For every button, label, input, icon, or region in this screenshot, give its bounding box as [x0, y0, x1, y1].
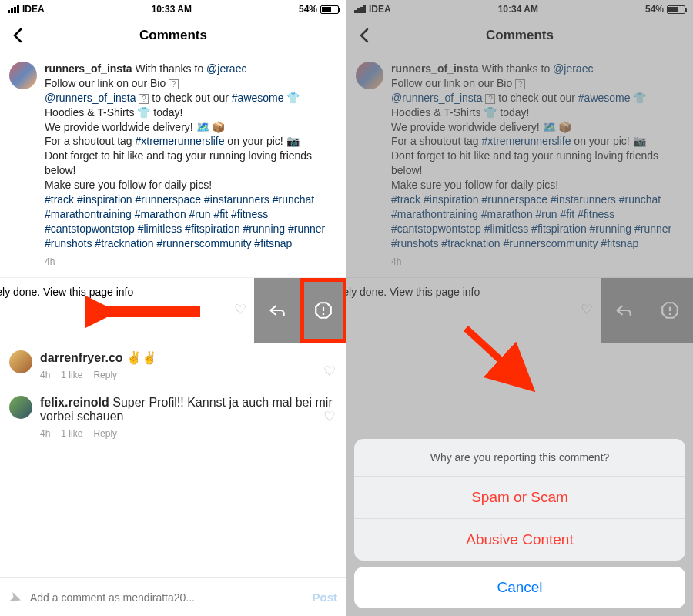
comment-thread: runners_of_insta With thanks to @jeraec … [0, 52, 346, 278]
action-sheet: Why are you reporting this comment? Spam… [354, 439, 685, 608]
mention[interactable]: @runners_of_insta [391, 92, 483, 104]
mention[interactable]: @jeraec [206, 62, 246, 75]
reply-action-button[interactable] [601, 278, 647, 343]
caption-row: runners_of_insta With thanks to @jeraec … [356, 62, 684, 268]
page-title: Comments [486, 28, 554, 43]
svg-point-4 [669, 313, 671, 315]
reply-action-button[interactable] [254, 278, 300, 343]
swiped-comment: _117 Nicely done. View this page info ay… [346, 278, 693, 343]
carrier-label: IDEA [369, 4, 391, 15]
placeholder-glyph: ? [485, 94, 495, 104]
mention[interactable]: @jeraec [553, 62, 593, 75]
hashtag[interactable]: #xtremerunnerslife [482, 135, 571, 147]
caption-body: runners_of_insta With thanks to @jeraec … [391, 62, 684, 268]
battery-percent: 54% [645, 4, 664, 15]
like-count[interactable]: 1 like [61, 370, 82, 380]
username[interactable]: runners_of_insta [391, 62, 479, 75]
report-spam-option[interactable]: Spam or Scam [354, 477, 685, 518]
avatar[interactable] [356, 62, 383, 89]
reply-button[interactable]: Reply [93, 428, 117, 439]
username[interactable]: darrenfryer.co [40, 351, 123, 364]
carrier-label: IDEA [22, 4, 45, 15]
timestamp: 4h [40, 428, 50, 439]
report-exclamation-icon [313, 300, 333, 320]
hashtag-block[interactable]: #track #inspiration #runnerspace #instar… [45, 193, 325, 249]
reply-arrow-icon [267, 300, 287, 320]
report-action-button[interactable] [647, 278, 693, 343]
nav-bar: Comments [346, 18, 693, 52]
swiped-comment: _117 Nicely done. View this page info ay… [0, 278, 346, 343]
like-count[interactable]: 1 like [61, 428, 82, 439]
back-button[interactable] [356, 26, 374, 45]
battery-icon [667, 5, 685, 14]
signal-icon [8, 5, 19, 13]
screenshot-right: IDEA 10:34 AM 54% Comments runners_of_in… [346, 0, 693, 616]
report-exclamation-icon [660, 300, 680, 320]
placeholder-glyph: ? [169, 79, 179, 89]
avatar[interactable] [9, 350, 32, 373]
swipe-actions [254, 278, 346, 343]
status-bar: IDEA 10:33 AM 54% [0, 0, 346, 18]
like-icon[interactable]: ♡ [323, 408, 336, 425]
username[interactable]: felix.reinold [40, 396, 109, 409]
direct-share-icon[interactable]: ➤ [6, 586, 25, 608]
status-bar: IDEA 10:34 AM 54% [346, 0, 693, 18]
swipe-actions [601, 278, 693, 343]
mention[interactable]: @runners_of_insta [45, 92, 136, 104]
like-icon[interactable]: ♡ [323, 363, 336, 380]
post-button[interactable]: Post [312, 591, 337, 604]
nav-bar: Comments [0, 18, 346, 52]
battery-icon [320, 5, 339, 14]
battery-percent: 54% [299, 4, 317, 15]
timestamp: 4h [45, 256, 55, 268]
caption-body: runners_of_insta With thanks to @jeraec … [45, 62, 337, 268]
comment-row: felix.reinold Super Profil!! Kannst ja a… [0, 388, 346, 447]
reply-button[interactable]: Reply [93, 370, 117, 380]
hashtag-block[interactable]: #track #inspiration #runnerspace #instar… [391, 193, 671, 249]
reply-arrow-icon [614, 300, 634, 320]
screenshot-left: IDEA 10:33 AM 54% Comments runners_of_in… [0, 0, 346, 616]
hashtag[interactable]: #awesome [232, 92, 284, 104]
caption-row: runners_of_insta With thanks to @jeraec … [9, 62, 337, 268]
comment-body: _117 Nicely done. View this page info ay… [0, 278, 254, 343]
clock: 10:34 AM [498, 4, 538, 15]
timestamp: 4h [391, 256, 401, 268]
page-title: Comments [139, 28, 207, 43]
avatar[interactable] [9, 396, 32, 419]
report-action-button[interactable] [300, 278, 346, 343]
comment-thread: runners_of_insta With thanks to @jeraec … [346, 52, 693, 278]
hashtag[interactable]: #awesome [578, 92, 631, 104]
back-button[interactable] [9, 26, 28, 45]
action-sheet-card: Why are you reporting this comment? Spam… [354, 439, 685, 561]
avatar[interactable] [9, 62, 37, 89]
comment-input[interactable] [30, 591, 304, 604]
comment-body: _117 Nicely done. View this page info ay… [346, 278, 601, 343]
signal-icon [354, 5, 366, 13]
chevron-left-icon [9, 26, 28, 45]
svg-point-1 [323, 313, 325, 315]
placeholder-glyph: ? [139, 94, 149, 104]
username[interactable]: runners_of_insta [45, 62, 132, 75]
action-sheet-title: Why are you reporting this comment? [354, 439, 685, 477]
hashtag[interactable]: #xtremerunnerslife [136, 135, 225, 147]
clock: 10:33 AM [152, 4, 192, 15]
placeholder-glyph: ? [515, 79, 525, 89]
chevron-left-icon [356, 26, 374, 45]
report-abusive-option[interactable]: Abusive Content [354, 518, 685, 561]
action-sheet-cancel[interactable]: Cancel [354, 567, 685, 608]
like-icon[interactable]: ♡ [581, 301, 593, 318]
comment-composer: ➤ Post [0, 578, 346, 616]
comment-row: darrenfryer.co ✌️✌️ 4h 1 like Reply ♡ [0, 343, 346, 388]
timestamp: 4h [40, 370, 50, 380]
like-icon[interactable]: ♡ [234, 301, 246, 318]
